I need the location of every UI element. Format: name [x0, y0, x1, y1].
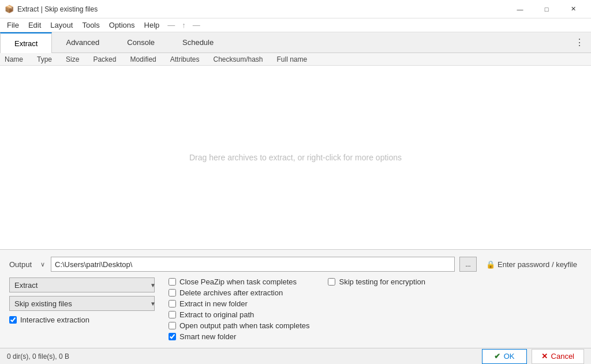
option-smart-folder: Smart new folder — [169, 332, 309, 341]
menu-edit[interactable]: Edit — [24, 20, 46, 31]
col-name[interactable]: Name — [5, 55, 23, 63]
interactive-extraction-row: Interactive extraction — [9, 314, 159, 325]
existing-dropdown[interactable]: Skip existing files Overwrite all Rename… — [9, 296, 155, 311]
close-peazip-label[interactable]: Close PeaZip when task completes — [179, 277, 297, 286]
original-path-checkbox[interactable] — [169, 311, 176, 318]
col-packed[interactable]: Packed — [93, 55, 116, 63]
tab-advanced[interactable]: Advanced — [52, 32, 113, 52]
cancel-button[interactable]: ✕ Cancel — [532, 349, 584, 364]
extract-dropdown-wrapper: Extract Test List ▼ — [9, 277, 159, 292]
tabbar: Extract Advanced Console Schedule ⋮ — [0, 32, 591, 53]
close-peazip-checkbox[interactable] — [169, 278, 176, 286]
cancel-x-icon: ✕ — [541, 352, 548, 361]
more-options-button[interactable]: ⋮ — [568, 32, 591, 52]
options-col2: Skip testing for encryption — [328, 277, 425, 341]
interactive-extraction-checkbox[interactable] — [9, 316, 17, 324]
col-modified[interactable]: Modified — [130, 55, 156, 63]
left-controls: Extract Test List ▼ Skip existing files … — [9, 277, 159, 325]
col-checksum[interactable]: Checksum/hash — [213, 55, 263, 63]
original-path-label[interactable]: Extract to original path — [179, 310, 254, 319]
app-icon: 📦 — [5, 5, 14, 14]
cancel-label: Cancel — [551, 352, 574, 361]
file-list-header: Name Type Size Packed Modified Attribute… — [0, 53, 591, 66]
extract-dropdown[interactable]: Extract Test List — [9, 277, 155, 292]
menu-tools[interactable]: Tools — [77, 20, 104, 31]
statusbar: 0 dir(s), 0 file(s), 0 B ✔ OK ✕ Cancel — [0, 348, 591, 364]
menu-sep1: — — [164, 20, 178, 31]
option-new-folder: Extract in new folder — [169, 299, 309, 308]
open-output-checkbox[interactable] — [169, 322, 176, 329]
menu-sep2: ↑ — [178, 20, 189, 31]
menu-sep3: — — [189, 20, 204, 31]
interactive-extraction-label[interactable]: Interactive extraction — [20, 316, 89, 324]
ok-button[interactable]: ✔ OK — [482, 349, 527, 364]
option-skip-encryption: Skip testing for encryption — [328, 277, 425, 286]
file-list-area: Name Type Size Packed Modified Attribute… — [0, 53, 591, 249]
password-button[interactable]: 🔒 Enter password / keyfile — [481, 260, 582, 269]
password-label: Enter password / keyfile — [498, 260, 577, 269]
status-text: 0 dir(s), 0 file(s), 0 B — [7, 352, 69, 361]
option-close-peazip: Close PeaZip when task completes — [169, 277, 309, 286]
file-list-body[interactable]: Drag here archives to extract, or right-… — [0, 66, 591, 249]
output-path-input[interactable] — [51, 257, 455, 272]
col-size[interactable]: Size — [66, 55, 79, 63]
smart-folder-label[interactable]: Smart new folder — [179, 332, 236, 341]
titlebar-controls: — □ ✕ — [507, 0, 586, 18]
new-folder-checkbox[interactable] — [169, 300, 176, 307]
tab-console[interactable]: Console — [113, 32, 169, 52]
status-buttons: ✔ OK ✕ Cancel — [482, 349, 584, 364]
new-folder-label[interactable]: Extract in new folder — [179, 299, 248, 308]
tab-schedule[interactable]: Schedule — [169, 32, 227, 52]
smart-folder-checkbox[interactable] — [169, 333, 176, 340]
right-options: Close PeaZip when task completes Delete … — [169, 277, 582, 341]
existing-dropdown-wrapper: Skip existing files Overwrite all Rename… — [9, 296, 159, 311]
minimize-button[interactable]: — — [507, 0, 533, 18]
ok-check-icon: ✔ — [494, 352, 500, 361]
drag-hint: Drag here archives to extract, or right-… — [189, 153, 402, 162]
browse-button[interactable]: ... — [459, 257, 477, 272]
tab-extract[interactable]: Extract — [0, 32, 52, 53]
lock-icon: 🔒 — [486, 260, 495, 269]
delete-archives-label[interactable]: Delete archives after extraction — [179, 288, 283, 297]
menubar: File Edit Layout Tools Options Help — ↑ … — [0, 18, 591, 32]
menu-options[interactable]: Options — [104, 20, 140, 31]
ok-label: OK — [504, 352, 515, 361]
option-original-path: Extract to original path — [169, 310, 309, 319]
output-toggle[interactable]: ∨ — [39, 260, 46, 269]
menu-layout[interactable]: Layout — [46, 20, 77, 31]
maximize-button[interactable]: □ — [533, 0, 560, 18]
menu-file[interactable]: File — [2, 20, 24, 31]
skip-encryption-checkbox[interactable] — [328, 278, 335, 286]
titlebar: 📦 Extract | Skip existing files — □ ✕ — [0, 0, 591, 18]
col-fullname[interactable]: Full name — [277, 55, 308, 63]
option-open-output: Open output path when task completes — [169, 321, 309, 330]
close-button[interactable]: ✕ — [560, 0, 586, 18]
output-label: Output — [9, 260, 35, 269]
window-title: Extract | Skip existing files — [17, 5, 507, 13]
output-row: Output ∨ ... 🔒 Enter password / keyfile — [9, 257, 582, 272]
col-attributes[interactable]: Attributes — [170, 55, 200, 63]
option-delete-archives: Delete archives after extraction — [169, 288, 309, 297]
bottom-panel: Output ∨ ... 🔒 Enter password / keyfile … — [0, 249, 591, 348]
controls-row: Extract Test List ▼ Skip existing files … — [9, 277, 582, 341]
options-col1: Close PeaZip when task completes Delete … — [169, 277, 309, 341]
open-output-label[interactable]: Open output path when task completes — [179, 321, 309, 330]
col-type[interactable]: Type — [37, 55, 52, 63]
delete-archives-checkbox[interactable] — [169, 289, 176, 297]
skip-encryption-label[interactable]: Skip testing for encryption — [339, 277, 425, 286]
menu-help[interactable]: Help — [140, 20, 164, 31]
